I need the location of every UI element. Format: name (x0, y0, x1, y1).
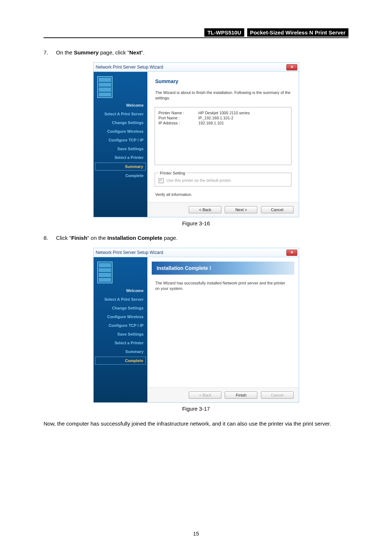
wizard-sidebar: Welcome Select A Print Server Change Set… (94, 72, 147, 217)
ip-address-value: 192.168.1.101 (199, 121, 224, 125)
sidebar-item-select-printer[interactable]: Select a Printer (94, 338, 147, 347)
wizard-complete: Network Print Server Setup Wizard ✕ Welc… (93, 248, 299, 403)
step-number: 8. (44, 233, 54, 243)
port-name-value: IP_192.168.1.101-2 (199, 116, 234, 120)
sidebar-item-change-settings[interactable]: Change Settings (94, 304, 147, 312)
ip-address-label: IP Address : (159, 121, 199, 125)
page-header: TL-WPS510U Pocket-Sized Wireless N Print… (44, 28, 348, 38)
content-title: Summary (153, 76, 293, 90)
printer-setting-legend: Printer Setting (159, 171, 187, 175)
port-name-label: Port Name : (159, 116, 199, 120)
back-button[interactable]: < Back (189, 206, 221, 213)
sidebar-item-configure-tcpip[interactable]: Configure TCP / IP (94, 321, 147, 330)
wizard-sidebar: Welcome Select A Print Server Change Set… (94, 257, 147, 402)
summary-intro: The Wizard is about to finish the instal… (153, 90, 293, 105)
cancel-button: Cancel (261, 391, 294, 399)
kv-port-name: Port Name : IP_192.168.1.101-2 (159, 115, 287, 120)
sidebar-item-save-settings[interactable]: Save Settings (94, 330, 147, 338)
wizard-titlebar[interactable]: Network Print Server Setup Wizard ✕ (94, 248, 299, 257)
sidebar-item-summary[interactable]: Summary (95, 163, 146, 171)
header-description: Pocket-Sized Wireless N Print Server (247, 28, 348, 37)
sidebar-item-summary[interactable]: Summary (94, 347, 147, 356)
kv-printer-name: Printer Name : HP Deskjet 1000 J110 seri… (159, 110, 287, 115)
figure-caption-1: Figure 3-16 (44, 220, 348, 226)
sidebar-item-change-settings[interactable]: Change Settings (94, 118, 147, 127)
sidebar-item-save-settings[interactable]: Save Settings (94, 144, 147, 153)
default-printer-checkbox[interactable] (159, 178, 164, 183)
step-text: Click "Finish" on the Installation Compl… (56, 235, 177, 241)
sidebar-item-configure-tcpip[interactable]: Configure TCP / IP (94, 136, 147, 144)
header-model: TL-WPS510U (204, 28, 244, 37)
wizard-title: Network Print Server Setup Wizard (96, 248, 163, 257)
complete-text: The Wizard has successfully installed Ne… (153, 280, 293, 295)
close-icon[interactable]: ✕ (286, 64, 297, 70)
next-button[interactable]: Next > (225, 206, 257, 213)
wizard-summary: Network Print Server Setup Wizard ✕ Welc… (93, 62, 299, 217)
figure-caption-2: Figure 3-17 (44, 406, 348, 412)
step-text: On the Summery page, click "Next". (56, 49, 144, 56)
print-logo-icon (97, 76, 113, 98)
finish-button[interactable]: Finish (225, 391, 257, 399)
wizard-footer: < Back Next > Cancel (147, 202, 299, 217)
sidebar-item-configure-wireless[interactable]: Configure Wireless (94, 127, 147, 136)
step-list: 7. On the Summery page, click "Next". (44, 48, 348, 57)
sidebar-item-welcome[interactable]: Welcome (94, 101, 147, 110)
sidebar-item-complete[interactable]: Complete (95, 357, 146, 365)
sidebar-item-configure-wireless[interactable]: Configure Wireless (94, 312, 147, 321)
print-logo-icon (97, 262, 113, 283)
sidebar-item-welcome[interactable]: Welcome (94, 286, 147, 295)
wizard-title: Network Print Server Setup Wizard (96, 63, 163, 71)
sidebar-item-select-print-server[interactable]: Select A Print Server (94, 110, 147, 118)
default-printer-label: Use this printer as the default printer. (167, 178, 232, 182)
back-button: < Back (189, 391, 221, 399)
sidebar-item-complete[interactable]: Complete (94, 171, 147, 180)
summary-values-group: Printer Name : HP Deskjet 1000 J110 seri… (155, 107, 291, 165)
kv-ip-address: IP Address : 192.168.1.101 (159, 120, 287, 126)
cancel-button[interactable]: Cancel (261, 206, 294, 213)
step-list-2: 8. Click "Finish" on the Installation Co… (44, 233, 348, 243)
closing-paragraph: Now, the computer has successfully joine… (44, 418, 348, 429)
printer-name-value: HP Deskjet 1000 J110 series (199, 111, 250, 115)
sidebar-item-select-print-server[interactable]: Select A Print Server (94, 295, 147, 304)
close-icon[interactable]: ✕ (286, 250, 297, 256)
wizard-body: Welcome Select A Print Server Change Set… (94, 72, 299, 217)
step-7: 7. On the Summery page, click "Next". (44, 48, 348, 57)
wizard-titlebar[interactable]: Network Print Server Setup Wizard ✕ (94, 63, 299, 72)
wizard-content: Installation Complete ! The Wizard has s… (147, 257, 299, 402)
wizard-footer: < Back Finish Cancel (147, 387, 299, 402)
printer-name-label: Printer Name : (159, 111, 199, 115)
wizard-body: Welcome Select A Print Server Change Set… (94, 257, 299, 402)
content-title: Installation Complete ! (152, 262, 294, 275)
step-8: 8. Click "Finish" on the Installation Co… (44, 233, 348, 243)
document-page: TL-WPS510U Pocket-Sized Wireless N Print… (0, 0, 392, 554)
sidebar-item-select-printer[interactable]: Select a Printer (94, 153, 147, 162)
page-number: 15 (0, 530, 392, 537)
verify-text: Verify all information. (153, 190, 293, 202)
printer-setting-group: Printer Setting Use this printer as the … (155, 171, 291, 186)
step-number: 7. (44, 48, 54, 57)
wizard-content: Summary The Wizard is about to finish th… (147, 72, 299, 217)
